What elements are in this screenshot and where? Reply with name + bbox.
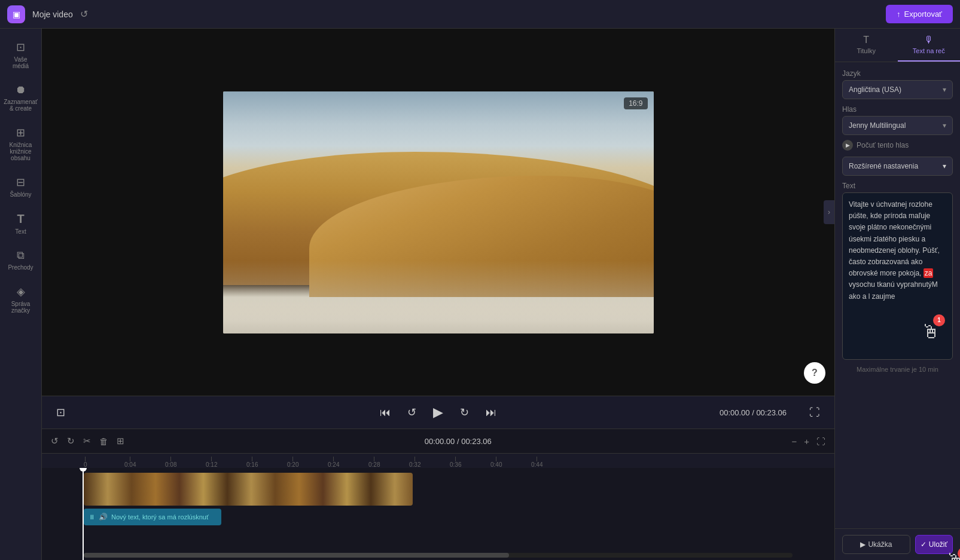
right-panel-content: Jazyk Angličtina (USA) ▾ Hlas Jenny Mult… [835,62,960,528]
history-icon[interactable]: ↺ [80,8,88,20]
subtitle-toggle-button[interactable]: ⊡ [54,403,68,421]
play-button[interactable]: ▶ [431,402,446,423]
help-icon: ? [812,368,818,378]
timeline-tracks: ⏸ 🔊 Nový text, ktorý sa má rozlúsknuť [42,468,834,560]
help-button[interactable]: ? [804,362,825,384]
forward-button[interactable]: ↻ [458,403,471,421]
bottom-action-buttons: ▶ Ukážka ✓ Uložiť 🖱 2 [835,528,960,560]
aspect-ratio-badge: 16:9 [624,97,647,109]
save-icon: ✓ [921,540,927,549]
preview-icon: ▶ [860,540,865,549]
text-icon: T [17,212,24,226]
text-highlighted-word: za [924,268,934,278]
save-button-wrapper: ✓ Uložiť 🖱 2 [915,535,953,554]
language-value: Angličtina (USA) [849,85,901,94]
sidebar-item-record[interactable]: ⏺ Zaznamenať & create [3,79,39,117]
advanced-label: Rozšírené nastavenia [849,162,918,170]
video-controls: ⊡ ⏮ ↺ ▶ ↻ ⏭ 00:00.00 / 00:23.06 ⛶ [42,396,834,429]
listen-play-icon: ▶ [842,140,853,151]
ruler-mark-28: 0:28 [368,457,380,468]
save-button[interactable]: ✓ Uložiť [915,535,953,554]
ruler-mark-44: 0:44 [531,457,543,468]
export-button[interactable]: ↑ Exportovať [886,5,953,23]
subtitle-track[interactable]: ⏸ 🔊 Nový text, ktorý sa má rozlúsknuť [84,509,221,525]
next-button[interactable]: ⏭ [483,404,499,421]
sidebar-item-label: Správa značky [7,301,35,314]
ruler-mark-20: 0:20 [287,457,298,468]
right-panel-tabs: T Titulky 🎙 Text na reč [835,29,960,62]
advanced-arrow-icon: ▾ [943,162,946,170]
undo-button[interactable]: ↺ [49,434,60,448]
sidebar-item-media[interactable]: ⊡ Vaše médiá [3,36,39,74]
playhead[interactable] [83,468,84,560]
video-track-thumbnail [84,473,413,506]
voice-section: Hlas Jenny Multilingual ▾ ▶ Počuť tento … [842,105,953,151]
rewind-button[interactable]: ↺ [405,403,419,421]
add-to-timeline-button[interactable]: ⊞ [115,434,126,448]
zoom-controls: − + ⛶ [790,434,827,448]
text-content-after: vysochu tkanú vyprahnutýM ako a l zaujme [849,280,938,300]
fullscreen-button[interactable]: ⛶ [807,404,822,421]
main-layout: ⊡ Vaše médiá ⏺ Zaznamenať & create ⊞ Kni… [0,29,960,560]
delete-button[interactable]: 🗑 [97,434,110,448]
timeline: ↺ ↻ ✂ 🗑 ⊞ 00:00.00 / 00:23.06 − + ⛶ [42,429,834,560]
ruler-mark-32: 0:32 [409,457,420,468]
language-dropdown-arrow: ▾ [943,85,946,94]
brand-icon: ◈ [17,285,25,298]
library-icon: ⊞ [16,126,25,139]
zoom-in-button[interactable]: + [802,434,811,448]
listen-voice-button[interactable]: ▶ Počuť tento hlas [842,140,953,151]
subtitle-pause-icon: ⏸ [89,513,95,521]
timeline-time-display: 00:00.00 / 00:23.06 [425,437,492,446]
export-icon: ↑ [897,10,901,19]
voice-label: Hlas [842,105,953,114]
sidebar-item-label: Šablóny [10,191,31,198]
scrollbar-thumb [84,553,509,558]
app-logo: ▣ [7,5,25,23]
redo-button[interactable]: ↻ [65,434,77,448]
video-preview: 16:9 [223,91,654,333]
transitions-icon: ⧉ [17,249,25,262]
sidebar-item-templates[interactable]: ⊟ Šablóny [3,171,39,203]
advanced-settings-toggle[interactable]: Rozšírené nastavenia ▾ [842,157,953,176]
text-na-rec-tab-label: Text na reč [913,47,945,54]
media-icon: ⊡ [16,41,25,54]
language-dropdown[interactable]: Angličtina (USA) ▾ [842,80,953,99]
ruler-mark-16: 0:16 [246,457,258,468]
subtitle-track-text: Nový text, ktorý sa má rozlúsknuť [111,513,209,521]
sidebar-item-label: Zaznamenať & create [4,99,38,112]
titulky-tab-icon: T [863,35,869,45]
text-input-area[interactable]: Vitajte v úchvatnej rozlohe púšte, kde p… [842,192,953,360]
expand-timeline-button[interactable]: ⛶ [815,434,827,448]
project-title: Moje video [32,10,73,19]
tab-text-na-rec[interactable]: 🎙 Text na reč [898,29,961,62]
tab-titulky[interactable]: T Titulky [835,29,898,62]
right-panel-collapse-button[interactable]: › [824,200,834,224]
desert-mist-bg [223,261,654,333]
center-area: 16:9 ? › ⊡ ⏮ ↺ ▶ ↻ ⏭ 00:00.00 / 00:23.06… [42,29,834,560]
timeline-scrollbar[interactable] [84,553,793,558]
sidebar-item-text[interactable]: T Text [3,207,39,240]
zoom-out-button[interactable]: − [790,434,799,448]
listen-voice-label: Počuť tento hlas [857,141,909,149]
time-display: 00:00.00 / 00:23.06 [720,408,787,417]
sidebar-item-brand[interactable]: ◈ Správa značky [3,280,39,319]
titulky-tab-label: Titulky [857,47,876,54]
voice-dropdown-arrow: ▾ [943,121,946,130]
ruler-mark-40: 0:40 [490,457,502,468]
cut-button[interactable]: ✂ [81,434,93,448]
timeline-ruler: 0 0:04 0:08 0:12 0:16 0:20 0:24 0:28 0:3… [42,454,834,468]
prev-button[interactable]: ⏮ [377,404,393,421]
ruler-mark-24: 0:24 [328,457,339,468]
ruler-mark-12: 0:12 [206,457,217,468]
sidebar-item-label: Prechody [8,264,33,271]
sidebar-item-transitions[interactable]: ⧉ Prechody [3,244,39,276]
voice-dropdown[interactable]: Jenny Multilingual ▾ [842,116,953,135]
templates-icon: ⊟ [16,176,25,189]
cursor-badge-1: 1 [933,314,945,326]
sidebar: ⊡ Vaše médiá ⏺ Zaznamenať & create ⊞ Kni… [0,29,42,560]
preview-button[interactable]: ▶ Ukážka [842,535,910,554]
video-track[interactable] [84,473,413,506]
timeline-toolbar: ↺ ↻ ✂ 🗑 ⊞ 00:00.00 / 00:23.06 − + ⛶ [42,429,834,454]
sidebar-item-library[interactable]: ⊞ Knižnica knižnice obsahu [3,121,39,166]
